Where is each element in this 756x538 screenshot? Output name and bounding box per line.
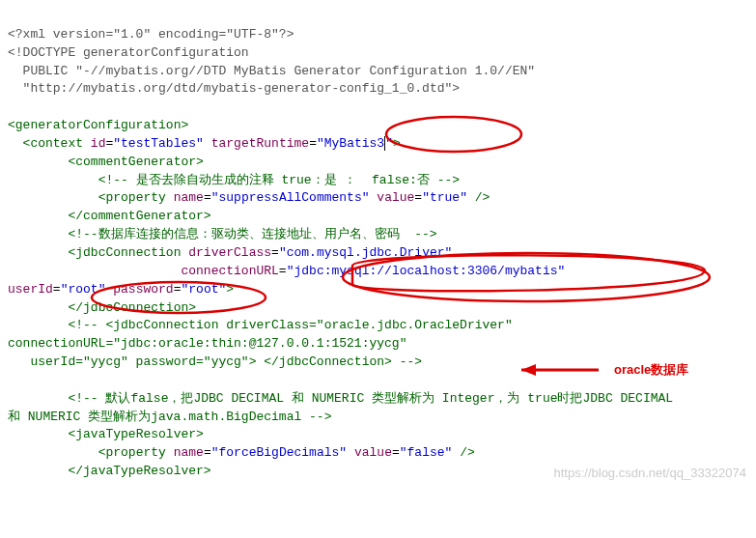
resolver-close: </javaTypeResolver> (68, 464, 210, 478)
userid-val: "root" (61, 282, 106, 297)
jdbc-close-bracket: > (226, 282, 234, 297)
connurl-attr: connectionURL (181, 264, 278, 278)
driver-val: "com.mysql.jdbc.Driver" (279, 245, 452, 260)
property-tag2: <property (98, 445, 166, 460)
context-runtime-val: MyBatis3 (324, 136, 384, 151)
userid-attr: userId (8, 282, 53, 297)
prop-name-attr2: name (174, 445, 204, 460)
prop-value-val1: "true" (422, 190, 467, 205)
doctype-line1: <!DOCTYPE generatorConfiguration (8, 45, 249, 60)
context-close-bracket: > (393, 136, 401, 151)
doctype-line2: PUBLIC "-//mybatis.org//DTD MyBatis Gene… (8, 64, 535, 78)
context-runtime-attr: targetRuntime (211, 136, 309, 151)
jdbc-open: <jdbcConnection (68, 245, 181, 260)
generator-config-open: <generatorConfiguration> (8, 118, 188, 132)
prop-value-val2: "false" (400, 445, 453, 460)
comment-gen-open: <commentGenerator> (68, 155, 203, 169)
jdbc-close: </jdbcConnection> (68, 300, 196, 315)
prop-name-attr1: name (174, 190, 204, 205)
prop-name-val2: "forceBigDecimals" (211, 445, 347, 460)
context-runtime-val-q2: " (385, 136, 393, 151)
prop2-close: /> (460, 445, 475, 460)
context-tag: <context (23, 136, 83, 151)
password-attr: password (113, 282, 173, 297)
oracle-comment1: <!-- <jdbcConnection driverClass="oracle… (68, 318, 512, 332)
oracle-comment2: connectionURL="jdbc:oracle:thin:@127.0.0… (8, 336, 406, 351)
bigdecimal-comment1: <!-- 默认false，把JDBC DECIMAL 和 NUMERIC 类型解… (68, 391, 673, 406)
password-val: "root" (181, 282, 226, 297)
comment-db: <!--数据库连接的信息：驱动类、连接地址、用户名、密码 --> (68, 227, 436, 241)
resolver-open: <javaTypeResolver> (68, 427, 203, 441)
driver-attr: driverClass (188, 245, 271, 260)
bigdecimal-comment2: 和 NUMERIC 类型解析为java.math.BigDecimal --> (8, 410, 331, 424)
connurl-val: "jdbc:mysql://localhost:3306/mybatis" (287, 264, 566, 278)
doctype-line3: "http://mybatis.org/dtd/mybatis-generato… (8, 81, 460, 96)
prop-value-attr2: value (354, 445, 392, 460)
prop1-close: /> (475, 190, 490, 205)
prop-name-val1: "suppressAllComments" (211, 190, 370, 205)
prop-value-attr1: value (377, 190, 414, 205)
watermark: https://blog.csdn.net/qq_33322074 (554, 465, 747, 483)
oracle-comment3: userId="yycg" password="yycg"> </jdbcCon… (8, 354, 422, 369)
comment-gen-close: </commentGenerator> (68, 209, 210, 223)
code-block: <?xml version="1.0" encoding="UTF-8"?> <… (8, 8, 748, 481)
comment-suppress: <!-- 是否去除自动生成的注释 true：是 ： false:否 --> (98, 173, 460, 187)
context-id-attr: id (91, 136, 106, 151)
xml-decl: <?xml version="1.0" encoding="UTF-8"?> (8, 27, 294, 42)
property-tag1: <property (98, 190, 166, 205)
context-id-val: "testTables" (113, 136, 204, 151)
context-runtime-val-q1: " (317, 136, 324, 151)
oracle-annotation-label: oracle数据库 (614, 361, 688, 380)
